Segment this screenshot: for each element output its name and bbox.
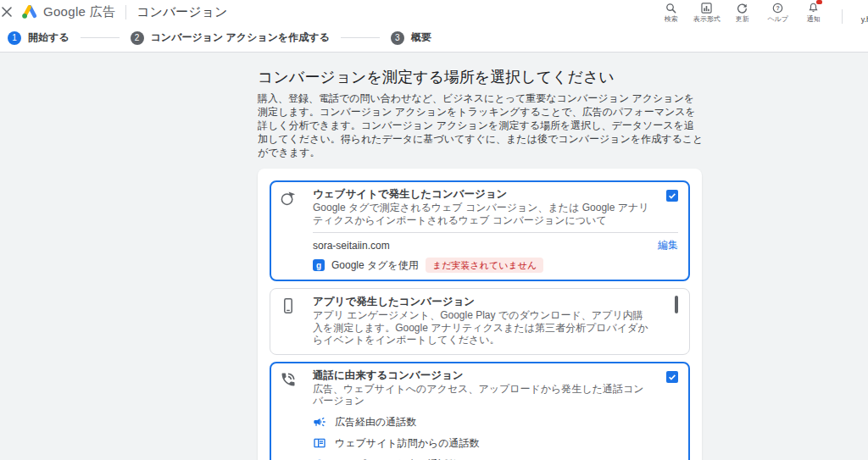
web-conversion-icon [280,188,305,226]
intro-description: 購入、登録、電話での問い合わせなど、ビジネスにとって重要なコンバージョン アクシ… [258,91,704,159]
checkbox-checked[interactable] [666,190,678,202]
intro-section: コンバージョンを測定する場所を選択してください 購入、登録、電話での問い合わせな… [258,68,704,159]
notification-badge [816,0,822,4]
search-icon [665,3,676,14]
sub-item-label: ウェブサイト訪問からの通話数 [335,436,480,451]
google-ads-logo-icon [21,4,38,19]
step-number: 2 [131,31,144,45]
product-name: Google 広告 [43,4,115,20]
tool-label: ヘルプ [767,14,788,24]
website-icon [313,436,326,450]
checkbox-checked[interactable] [666,371,678,383]
page-title: コンバージョン [136,4,227,20]
google-tag-row: g Google タグを使用 まだ実装されていません [313,258,678,273]
notifications-button[interactable]: 通知 [796,0,832,24]
google-tag-icon: g [313,259,325,271]
step-label: コンバージョン アクションを作成する [151,30,330,45]
card-description: Google タグで測定されるウェブ コンバージョン、または Google アナ… [313,202,650,226]
progress-stepper: 1 開始する 2 コンバージョン アクションを作成する 3 概要 [0,24,868,53]
step-1-start[interactable]: 1 開始する [8,30,70,45]
tool-label: 検索 [665,14,678,24]
checkbox-unchecked[interactable] [675,296,678,313]
top-app-bar: Google 広告 コンバージョン 検索 表示形式 更新 ? ヘルプ 通知 y. [0,0,868,24]
help-button[interactable]: ? ヘルプ [760,1,796,24]
domain-row: sora-seitaiin.com 編集 [313,238,678,252]
card-description: 広告、ウェブサイトへのアクセス、アップロードから発生した通話コンバージョン [313,383,650,407]
step-2-create-action[interactable]: 2 コンバージョン アクションを作成する [131,30,330,45]
card-website-conversions[interactable]: ウェブサイトで発生したコンバージョン Google タグで測定されるウェブ コン… [270,180,690,281]
tag-status-badge: まだ実装されていません [426,258,543,273]
divider [842,9,843,24]
conversion-source-panel: ウェブサイトで発生したコンバージョン Google タグで測定されるウェブ コン… [258,169,702,460]
card-body: ウェブサイトで発生したコンバージョン Google タグで測定されるウェブ コン… [313,188,650,226]
card-checkbox-cell [675,296,678,346]
step-number: 3 [391,31,404,45]
phone-call-icon [280,369,305,407]
card-call-conversions[interactable]: 通話に由来するコンバージョン 広告、ウェブサイトへのアクセス、アップロードから発… [270,362,690,460]
card-checkbox-cell [666,369,678,407]
domain-name: sora-seitaiin.com [313,240,390,252]
step-connector [81,37,120,38]
step-label: 概要 [411,30,431,45]
card-description: アプリ エンゲージメント、Google Play でのダウンロード、アプリ内購入… [313,309,650,346]
display-format-button[interactable]: 表示形式 [689,1,725,24]
check-icon [668,373,676,381]
svg-text:?: ? [776,5,780,11]
google-ads-logo: Google 広告 [21,4,115,20]
card-title: 通話に由来するコンバージョン [313,369,650,382]
main-content: コンバージョンを測定する場所を選択してください 購入、登録、電話での問い合わせな… [0,53,868,460]
call-source-list: 広告経由の通話数 ウェブサイト訪問からの通話数 アップロード経由の通話数 [313,415,678,460]
check-icon [668,191,676,200]
campaign-icon [313,415,326,429]
google-tag-label: Google タグを使用 [331,258,419,273]
close-icon[interactable] [1,6,13,18]
user-account[interactable]: y.hir [861,15,868,24]
display-format-icon [701,3,712,14]
toolbar: 検索 表示形式 更新 ? ヘルプ 通知 y.hir [654,0,868,24]
call-source-website: ウェブサイト訪問からの通話数 [313,436,678,451]
card-title: ウェブサイトで発生したコンバージョン [313,188,650,201]
card-app-conversions[interactable]: アプリで発生したコンバージョン アプリ エンゲージメント、Google Play… [270,288,690,355]
step-number: 1 [8,31,21,45]
sub-item-label: アップロード経由の通話数 [335,457,459,460]
step-connector [341,37,380,38]
call-source-upload: アップロード経由の通話数 [313,457,678,460]
card-title: アプリで発生したコンバージョン [313,296,650,308]
smartphone-icon [280,296,305,346]
tool-label: 更新 [736,14,749,24]
tool-label: 表示形式 [693,14,721,24]
divider [313,232,678,233]
refresh-button[interactable]: 更新 [725,1,760,24]
refresh-icon [737,3,748,14]
help-icon: ? [772,3,783,14]
edit-link[interactable]: 編集 [658,238,678,252]
card-body: 通話に由来するコンバージョン 広告、ウェブサイトへのアクセス、アップロードから発… [313,369,650,407]
call-source-ads: 広告経由の通話数 [313,415,678,430]
divider [125,5,126,19]
tool-label: 通知 [807,14,821,24]
step-3-summary[interactable]: 3 概要 [391,30,431,45]
card-checkbox-cell [666,188,678,226]
sub-item-label: 広告経由の通話数 [335,415,416,430]
card-body: アプリで発生したコンバージョン アプリ エンゲージメント、Google Play… [313,296,650,346]
page-heading: コンバージョンを測定する場所を選択してください [258,68,704,86]
search-button[interactable]: 検索 [654,1,689,24]
step-label: 開始する [28,30,70,45]
